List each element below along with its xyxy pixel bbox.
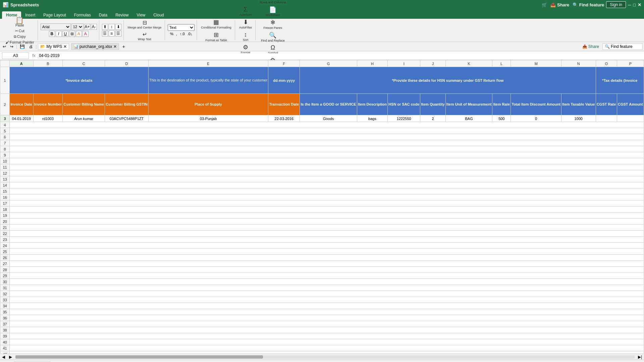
col-header-G[interactable]: G [300, 60, 357, 67]
increase-font-button[interactable]: A+ [84, 24, 90, 30]
cell-H3[interactable]: bags [357, 115, 387, 122]
toolbar-redo-button[interactable]: ↪ [9, 44, 15, 50]
font-name-select[interactable]: Arial [41, 23, 71, 30]
conditional-formatting-button[interactable]: ▦ Conditional Formatting [200, 18, 233, 30]
col-header-N[interactable]: N [561, 60, 596, 67]
percent-btn[interactable]: % [169, 32, 174, 36]
freeze-panes-button[interactable]: ❄ Freeze Panes [262, 18, 283, 30]
cell-L3[interactable]: 500 [492, 115, 511, 122]
toolbar-print-btn[interactable]: 🖨 [28, 44, 34, 50]
cell-A1[interactable]: *Invoice details [10, 67, 149, 94]
tab-formulas[interactable]: Formulas [70, 11, 95, 19]
cell-P3[interactable] [617, 115, 644, 122]
col-header-J[interactable]: J [420, 60, 445, 67]
header-good-service[interactable]: Is the Item a GOOD or SERVICE [300, 94, 357, 115]
col-header-A[interactable]: A [10, 60, 34, 67]
file-tab[interactable]: 📊 purchase_org.xlsx ✕ [71, 43, 119, 50]
col-header-F[interactable]: F [268, 60, 300, 67]
col-header-B[interactable]: B [33, 60, 63, 67]
tab-view[interactable]: View [132, 11, 149, 19]
underline-button[interactable]: U [62, 31, 68, 37]
sign-in-button[interactable]: Sign in [606, 1, 626, 8]
cut-button[interactable]: ✂ Cut [14, 28, 26, 34]
align-left-button[interactable]: ☰ [102, 31, 108, 37]
window-minimize-icon[interactable]: ─ [628, 2, 631, 7]
rows-columns-button[interactable]: ⊞ Rows and Columns [258, 0, 287, 5]
cell-G3[interactable]: Goods [300, 115, 357, 122]
header-invoice-date[interactable]: Invoice Date [10, 94, 34, 115]
cell-F1[interactable]: dd-mm-yyyy [268, 67, 300, 94]
cell-E3[interactable]: 03-Punjab [148, 115, 268, 122]
col-header-I[interactable]: I [388, 60, 420, 67]
col-header-C[interactable]: C [63, 60, 105, 67]
wrap-text-button[interactable]: ↵ Wrap Text [137, 31, 153, 42]
italic-button[interactable]: I [56, 31, 62, 37]
header-place-of-supply[interactable]: Place of Supply [148, 94, 268, 115]
header-total-discount[interactable]: Total Item Discount Amount [511, 94, 561, 115]
col-header-L[interactable]: L [492, 60, 511, 67]
cell-E1[interactable]: This is the destination of the product, … [148, 67, 268, 94]
cell-I3[interactable]: 1222550 [388, 115, 420, 122]
window-close-icon[interactable]: ✕ [638, 2, 641, 7]
align-right-button[interactable]: ☰ [115, 31, 121, 37]
col-header-K[interactable]: K [445, 60, 492, 67]
col-header-E[interactable]: E [148, 60, 268, 67]
paste-button[interactable]: 📋 Paste [14, 16, 26, 28]
minimize-icon[interactable]: 🛒 [542, 2, 547, 7]
align-top-button[interactable]: ⬆ [102, 24, 108, 30]
grid-area[interactable]: A B C D E F G H I J K L M N O P [0, 60, 644, 354]
cell-A3[interactable]: 04-01-2019 [10, 115, 34, 122]
col-header-M[interactable]: M [511, 60, 561, 67]
tab-review[interactable]: Review [111, 11, 132, 19]
header-customer-billing-gstin[interactable]: Customer Billing GSTIN [105, 94, 149, 115]
worksheet-button[interactable]: 📄 Worksheet [264, 5, 281, 17]
tab-page-layout[interactable]: Page Layout [39, 11, 70, 19]
align-middle-button[interactable]: ↕ [109, 24, 115, 30]
header-item-description[interactable]: Item Description [357, 94, 387, 115]
col-header-H[interactable]: H [357, 60, 387, 67]
scroll-right-btn[interactable]: ▶ [7, 355, 14, 359]
tab-data[interactable]: Data [95, 11, 111, 19]
header-customer-billing-name[interactable]: Customer Billing Name [63, 94, 105, 115]
toolbar-save-btn[interactable]: 💾 [18, 44, 26, 50]
col-header-D[interactable]: D [105, 60, 149, 67]
cell-C3[interactable]: Arun kumar [63, 115, 105, 122]
find-replace-button[interactable]: 🔍 Find and Replace [260, 31, 286, 43]
find-feature[interactable]: 🔍 Find feature [573, 2, 604, 7]
header-cgst-amount[interactable]: CGST Amount [617, 94, 644, 115]
cell-O3[interactable] [596, 115, 617, 122]
header-item-taxable-value[interactable]: Item Taxable Value [561, 94, 596, 115]
header-invoice-number[interactable]: Invoice Number [33, 94, 63, 115]
comma-btn[interactable]: , [175, 32, 178, 36]
tab-cloud[interactable]: Cloud [149, 11, 168, 19]
add-sheet-button[interactable]: + [51, 361, 58, 362]
cell-J3[interactable]: 2 [420, 115, 445, 122]
toolbar-undo-button[interactable]: ↩ [1, 44, 7, 50]
font-size-select[interactable]: 12 [71, 23, 84, 30]
add-tab-button[interactable]: + [120, 43, 127, 50]
header-item-unit[interactable]: Item Unit of Measurement [445, 94, 492, 115]
scroll-thumb[interactable] [15, 355, 263, 359]
scroll-end-btn[interactable]: ▶| [636, 355, 644, 359]
col-header-P[interactable]: P [617, 60, 644, 67]
header-item-quantity[interactable]: Item Quantity [420, 94, 445, 115]
header-item-rate[interactable]: Item Rate [492, 94, 511, 115]
decrease-decimal-btn[interactable]: .0↓ [186, 32, 194, 36]
autosum-button[interactable]: Σ AutoSum [238, 5, 253, 17]
bold-button[interactable]: B [49, 31, 55, 37]
formula-input[interactable] [39, 53, 642, 58]
header-cgst-rate[interactable]: CGST Rate [596, 94, 617, 115]
cell-F3[interactable]: 22-03-2016 [268, 115, 300, 122]
merge-center-button[interactable]: ⊟ Merge and Center Merge [126, 19, 163, 30]
col-header-O[interactable]: O [596, 60, 617, 67]
fill-color-button[interactable]: A [76, 31, 82, 37]
copy-button[interactable]: ⧉ Copy [12, 34, 27, 39]
header-transaction-date[interactable]: Transaction Date [268, 94, 300, 115]
cell-K3[interactable]: BAG [445, 115, 492, 122]
cell-D3[interactable]: 03ACVPC5488P1ZT [105, 115, 149, 122]
scroll-left-btn[interactable]: ◀ [0, 355, 7, 359]
align-bottom-button[interactable]: ⬇ [115, 24, 121, 30]
name-box[interactable] [2, 52, 29, 59]
cell-G1[interactable]: *Provide these details for HSN summary u… [300, 67, 596, 94]
sort-button[interactable]: ↕ Sort [239, 31, 252, 42]
